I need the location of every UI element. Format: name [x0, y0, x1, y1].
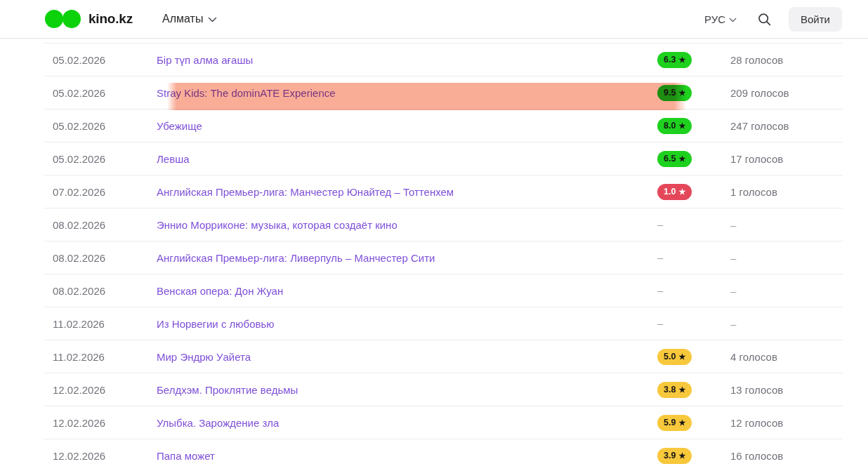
- row-title-cell: Stray Kids: The dominATE Experience: [157, 87, 657, 99]
- table-row: 07.02.2026 Английская Премьер-лига: Манч…: [44, 175, 843, 208]
- row-title-cell: Белдхэм. Проклятие ведьмы: [157, 384, 657, 396]
- table-row: 05.02.2026 Левша 6.5★ 17 голосов: [44, 142, 843, 175]
- votes-cell: 28 голосов: [730, 54, 843, 66]
- movie-link[interactable]: Эннио Морриконе: музыка, которая создаёт…: [157, 219, 397, 231]
- row-title-cell: Английская Премьер-лига: Ливерпуль – Ман…: [157, 252, 657, 264]
- row-date: 05.02.2026: [44, 87, 157, 99]
- movie-link[interactable]: Мир Эндрю Уайета: [157, 351, 251, 363]
- rating-cell: –: [657, 284, 730, 297]
- votes-cell: 4 голосов: [730, 351, 843, 363]
- row-title-cell: Из Норвегии с любовью: [157, 318, 657, 330]
- rating-badge: 6.3★: [657, 52, 692, 68]
- rating-badge: 9.5★: [657, 85, 692, 101]
- row-date: 08.02.2026: [44, 285, 157, 297]
- votes-cell: 16 голосов: [730, 450, 843, 462]
- city-label: Алматы: [162, 13, 203, 25]
- empty-votes: –: [730, 219, 736, 231]
- star-icon: ★: [678, 122, 685, 130]
- rating-cell: 3.9★: [657, 448, 730, 464]
- row-date: 12.02.2026: [44, 417, 157, 429]
- movie-link[interactable]: Левша: [157, 153, 190, 165]
- logo-circles-icon: [45, 10, 81, 28]
- rating-cell: 5.0★: [657, 349, 730, 365]
- rating-cell: 9.5★: [657, 85, 730, 101]
- movie-link[interactable]: Из Норвегии с любовью: [157, 318, 275, 330]
- site-header: kino.kz Алматы РУС Войти: [0, 0, 868, 39]
- rating-cell: 8.0★: [657, 118, 730, 134]
- chevron-down-icon: [729, 18, 737, 22]
- movie-link[interactable]: Белдхэм. Проклятие ведьмы: [157, 384, 298, 396]
- votes-cell: –: [730, 219, 843, 231]
- table-row: 08.02.2026 Английская Премьер-лига: Ливе…: [44, 241, 843, 274]
- rating-badge: 5.0★: [657, 349, 692, 365]
- table-row: 05.02.2026 Бір түп алма ағашы 6.3★ 28 го…: [44, 44, 843, 77]
- rating-cell: 5.9★: [657, 415, 730, 431]
- row-date: 07.02.2026: [44, 186, 157, 198]
- movie-link[interactable]: Бір түп алма ағашы: [157, 54, 253, 66]
- votes-cell: –: [730, 252, 843, 264]
- search-icon[interactable]: [756, 11, 773, 28]
- table-row: 12.02.2026 Белдхэм. Проклятие ведьмы 3.8…: [44, 373, 843, 406]
- table-row: 08.02.2026 Венская опера: Дон Жуан – –: [44, 274, 843, 307]
- empty-rating: –: [657, 284, 663, 296]
- empty-votes: –: [730, 285, 736, 297]
- movie-link[interactable]: Венская опера: Дон Жуан: [157, 285, 283, 297]
- movie-link[interactable]: Улыбка. Зарождение зла: [157, 417, 279, 429]
- movie-link[interactable]: Stray Kids: The dominATE Experience: [157, 87, 336, 99]
- table-row: 11.02.2026 Мир Эндрю Уайета 5.0★ 4 голос…: [44, 340, 843, 373]
- chevron-down-icon: [208, 17, 217, 22]
- language-label: РУС: [704, 13, 725, 25]
- movie-link[interactable]: Английская Премьер-лига: Ливерпуль – Ман…: [157, 252, 435, 264]
- star-icon: ★: [678, 452, 685, 460]
- login-button[interactable]: Войти: [789, 7, 842, 32]
- table-row: 11.02.2026 Из Норвегии с любовью – –: [44, 307, 843, 340]
- row-date: 05.02.2026: [44, 153, 157, 165]
- row-date: 05.02.2026: [44, 54, 157, 66]
- star-icon: ★: [678, 89, 685, 97]
- rating-cell: –: [657, 251, 730, 264]
- row-date: 12.02.2026: [44, 450, 157, 462]
- row-date: 05.02.2026: [44, 120, 157, 132]
- rating-badge: 3.9★: [657, 448, 692, 464]
- votes-cell: 1 голосов: [730, 186, 843, 198]
- row-date: 08.02.2026: [44, 252, 157, 264]
- rating-cell: –: [657, 218, 730, 231]
- premieres-table: 05.02.2026 Бір түп алма ағашы 6.3★ 28 го…: [44, 43, 843, 471]
- rating-cell: 1.0★: [657, 184, 730, 200]
- empty-rating: –: [657, 218, 663, 230]
- movie-link[interactable]: Папа может: [157, 450, 215, 462]
- votes-cell: –: [730, 318, 843, 330]
- row-title-cell: Убежище: [157, 120, 657, 132]
- votes-cell: 247 голосов: [730, 120, 843, 132]
- row-title-cell: Левша: [157, 153, 657, 165]
- row-title-cell: Мир Эндрю Уайета: [157, 351, 657, 363]
- city-selector[interactable]: Алматы: [162, 13, 217, 25]
- table-row: 12.02.2026 Улыбка. Зарождение зла 5.9★ 1…: [44, 406, 843, 439]
- logo[interactable]: kino.kz: [45, 10, 133, 28]
- row-title-cell: Эннио Морриконе: музыка, которая создаёт…: [157, 219, 657, 231]
- row-date: 08.02.2026: [44, 219, 157, 231]
- rating-badge: 3.8★: [657, 382, 692, 398]
- rating-cell: 3.8★: [657, 382, 730, 398]
- empty-votes: –: [730, 252, 736, 264]
- votes-cell: 17 голосов: [730, 153, 843, 165]
- star-icon: ★: [678, 188, 685, 196]
- row-title-cell: Венская опера: Дон Жуан: [157, 285, 657, 297]
- row-title-cell: Папа может: [157, 450, 657, 462]
- rating-badge: 5.9★: [657, 415, 692, 431]
- star-icon: ★: [678, 386, 685, 394]
- star-icon: ★: [678, 56, 685, 64]
- rating-badge: 1.0★: [657, 184, 692, 200]
- empty-rating: –: [657, 317, 663, 329]
- logo-text: kino.kz: [88, 11, 133, 27]
- table-row: 08.02.2026 Эннио Морриконе: музыка, кото…: [44, 208, 843, 241]
- movie-link[interactable]: Английская Премьер-лига: Манчестер Юнайт…: [157, 186, 454, 198]
- language-selector[interactable]: РУС: [704, 13, 737, 25]
- votes-cell: 209 голосов: [730, 87, 843, 99]
- movie-link[interactable]: Убежище: [157, 120, 202, 132]
- rating-cell: 6.3★: [657, 52, 730, 68]
- row-title-cell: Бір түп алма ағашы: [157, 54, 657, 66]
- star-icon: ★: [678, 155, 685, 163]
- votes-cell: 13 голосов: [730, 384, 843, 396]
- rating-cell: 6.5★: [657, 151, 730, 167]
